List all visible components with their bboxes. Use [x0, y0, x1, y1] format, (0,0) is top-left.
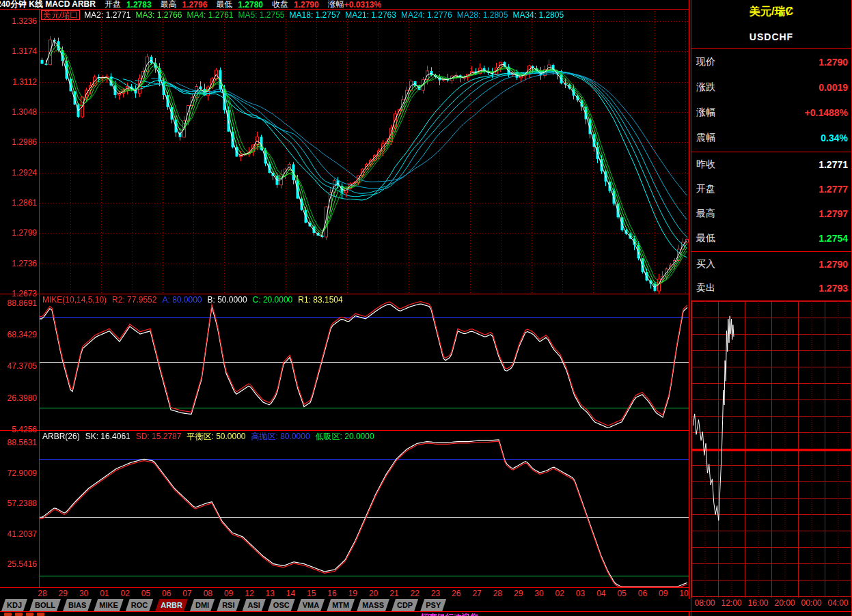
axis-border	[39, 10, 40, 587]
ma-legend-row: 美元/瑞口 MA2: 1.2771MA3: 1.2766MA4: 1.2761M…	[41, 10, 568, 20]
tab-arbr[interactable]: ARBR	[155, 599, 188, 611]
time-label: 12:00	[721, 598, 741, 608]
date-label: 15	[302, 589, 321, 598]
tab-mtm[interactable]: MTM	[327, 599, 355, 611]
quote-label: 最高	[696, 208, 715, 220]
quote-label: 昨收	[696, 158, 715, 171]
taskbar-icon[interactable]	[37, 613, 44, 616]
price-axis-label: 1.2924	[0, 168, 37, 178]
date-label: 02	[115, 589, 135, 598]
ma-legend-item: MA28: 1.2805	[457, 10, 508, 20]
quote-label: 现价	[696, 56, 715, 68]
mike-axis-label: 88.8691	[0, 298, 37, 308]
panel-divider	[0, 587, 690, 588]
tab-mike[interactable]: MIKE	[94, 599, 124, 611]
quote-value: 1.2793	[819, 283, 848, 294]
tab-cdp[interactable]: CDP	[391, 599, 418, 611]
tab-asi[interactable]: ASI	[243, 599, 266, 611]
date-label: 29	[53, 589, 72, 598]
quote-group-bidask: 买入1.2790卖出1.2793	[691, 252, 851, 300]
tab-boll[interactable]: BOLL	[29, 599, 61, 611]
price-axis-label: 1.2736	[0, 259, 37, 268]
indicator-header-item: SD: 15.2787	[136, 432, 182, 441]
quote-label: 买入	[696, 258, 715, 270]
quote-value: +0.1488%	[805, 107, 848, 118]
date-label: 06	[157, 589, 176, 598]
indicator-header-item: R2: 77.9552	[112, 295, 156, 305]
date-label: 21	[385, 589, 404, 598]
tab-dmi[interactable]: DMI	[190, 599, 215, 611]
time-label: 04:00	[827, 598, 848, 608]
taskbar-icon[interactable]	[15, 613, 23, 616]
quote-value: 0.34%	[821, 132, 848, 143]
intraday-mini-chart[interactable]	[691, 301, 851, 598]
date-label: 05	[612, 589, 631, 598]
indicator-header-item: C: 20.0000	[253, 295, 293, 305]
indicator-header-item: A: 80.0000	[162, 295, 202, 305]
chart-title: 240分钟 K线 MACD ARBR	[0, 0, 96, 10]
ma-legend-item: MA34: 1.2805	[512, 10, 564, 20]
indicator-header-item: SK: 16.4061	[85, 432, 130, 441]
tab-osc[interactable]: OSC	[268, 599, 295, 611]
close-value: 1.2790	[294, 0, 319, 10]
quote-value: 1.2797	[819, 208, 848, 219]
indicator-header-item: 高抛区: 80.0000	[251, 431, 310, 443]
tab-mass[interactable]: MASS	[357, 599, 389, 611]
taskbar-icon[interactable]	[4, 613, 12, 616]
date-label: 28	[488, 589, 507, 598]
high-value: 1.2796	[182, 0, 208, 10]
date-label: 19	[343, 589, 362, 598]
indicator-header-item: MIKE(10,14,5,10)	[42, 295, 107, 305]
quote-row: 震幅0.34%	[691, 132, 851, 144]
date-label: 22	[405, 589, 424, 598]
price-axis-label: 1.3174	[0, 46, 37, 56]
date-label: 09	[219, 589, 238, 598]
taskbar-icon[interactable]	[26, 613, 33, 616]
arbr-indicator-chart[interactable]	[40, 431, 689, 587]
date-label: 28	[33, 589, 52, 598]
date-label: 02	[550, 589, 569, 598]
quote-row: 昨收1.2771	[691, 158, 851, 171]
mike-indicator-chart[interactable]	[40, 294, 689, 430]
indicator-header-item: ARBR(26)	[42, 432, 80, 441]
date-label: 14	[281, 589, 300, 598]
date-label: 20	[364, 589, 383, 598]
indicator-header-item: B: 50.0000	[208, 295, 247, 305]
quote-value: 0.0019	[819, 82, 848, 93]
open-value: 1.2783	[126, 0, 152, 10]
ma-legend-item: MA18: 1.2757	[290, 10, 341, 20]
tab-rsi[interactable]: RSI	[217, 599, 240, 611]
quote-value: 1.2790	[819, 259, 848, 270]
change-value: +0.0313%	[344, 0, 381, 10]
mike-header: MIKE(10,14,5,10)R2: 77.9552A: 80.0000B: …	[42, 295, 348, 305]
tab-roc[interactable]: ROC	[126, 599, 153, 611]
price-axis-label: 1.2986	[0, 137, 37, 147]
date-label: 04	[592, 589, 611, 598]
date-label: 16	[322, 589, 342, 598]
quote-value: 1.2777	[819, 184, 848, 195]
date-label: 30	[530, 589, 549, 598]
indicator-header-item: 平衡区: 50.0000	[187, 431, 245, 443]
price-axis-label: 1.3048	[0, 107, 37, 117]
quote-label: 开盘	[696, 183, 715, 195]
quote-symbol-name: 美元/瑞Ȼ	[691, 5, 851, 19]
open-label: 开盘	[105, 0, 121, 10]
candlestick-chart[interactable]	[40, 10, 689, 294]
change-label: 涨幅	[328, 0, 344, 10]
quote-symbol-code: USDCHF	[691, 31, 851, 42]
tab-bias[interactable]: BIAS	[63, 599, 92, 611]
price-axis-label: 1.3236	[0, 16, 37, 26]
tab-kdj[interactable]: KDJ	[1, 599, 27, 611]
ma-legend-item: MA24: 1.2776	[401, 10, 452, 20]
arbr-header: ARBR(26)SK: 16.4061SD: 15.2787平衡区: 50.00…	[42, 432, 380, 441]
ma-legend-item: MA4: 1.2761	[187, 10, 233, 20]
tab-vma[interactable]: VMA	[297, 599, 325, 611]
tab-psy[interactable]: PSY	[420, 599, 446, 611]
date-label: 08	[198, 589, 217, 598]
time-label: 16:00	[747, 598, 768, 608]
quote-row: 买入1.2790	[691, 258, 851, 270]
quote-value: 1.2790	[819, 57, 848, 68]
date-label: 27	[467, 589, 486, 598]
price-axis-label: 1.2861	[0, 198, 37, 208]
arbr-axis-label: 57.2388	[0, 499, 37, 508]
